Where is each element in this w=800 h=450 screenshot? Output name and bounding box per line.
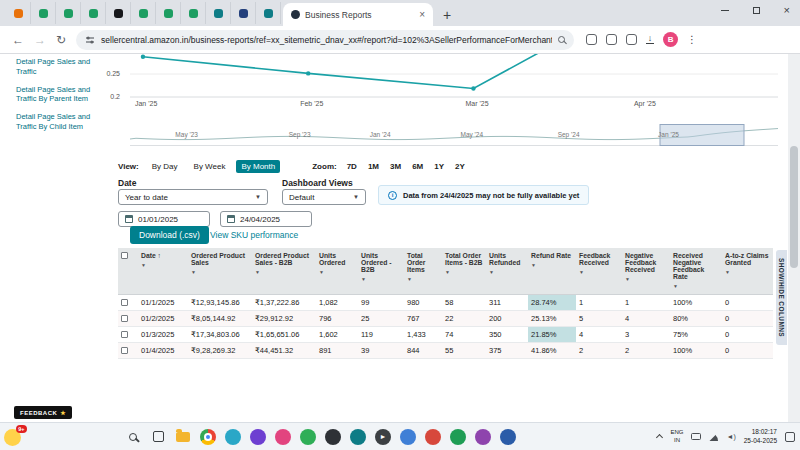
row-checkbox[interactable] [121, 299, 128, 306]
date-to-input[interactable]: 24/04/2025 [220, 211, 312, 227]
zoom-option-6m[interactable]: 6M [410, 160, 425, 173]
taskbar-edge-icon[interactable] [225, 429, 241, 445]
navigator-selection[interactable] [660, 125, 744, 146]
chart-point[interactable] [141, 55, 145, 59]
column-filter-caret-icon[interactable]: ▼ [489, 269, 525, 275]
taskbar-app-green-2-icon[interactable] [450, 429, 466, 445]
new-tab-button[interactable]: + [443, 7, 451, 23]
browser-tab-9[interactable] [206, 2, 231, 24]
taskbar-app-purple-icon[interactable] [250, 429, 266, 445]
column-header-ordered-product-sales[interactable]: Ordered Product Sales▼ [188, 248, 252, 294]
column-filter-caret-icon[interactable]: ▼ [725, 269, 770, 275]
column-header-total-order-items-b2b[interactable]: Total Order Items - B2B▼ [442, 248, 486, 294]
window-minimize-icon[interactable] [721, 10, 729, 12]
row-checkbox[interactable] [121, 315, 128, 322]
view-option-by-day[interactable]: By Day [147, 160, 183, 173]
column-header-negative-feedback-received[interactable]: Negative Feedback Received▼ [622, 248, 670, 294]
zoom-option-1y[interactable]: 1Y [432, 160, 446, 173]
show-hide-columns-tab[interactable]: SHOW/HIDE COLUMNS [776, 250, 787, 345]
column-filter-caret-icon[interactable]: ▼ [141, 262, 185, 268]
select-all-checkbox[interactable] [121, 252, 128, 259]
browser-tab-10[interactable] [231, 2, 256, 24]
view-option-by-month[interactable]: By Month [236, 160, 280, 173]
browser-tab-8[interactable] [181, 2, 206, 24]
row-checkbox[interactable] [121, 347, 128, 354]
column-header-date[interactable]: Date ↑▼ [138, 248, 188, 294]
column-filter-caret-icon[interactable]: ▼ [407, 276, 439, 282]
extension-icon-1[interactable] [586, 34, 597, 45]
feedback-button[interactable]: FEEDBACK ★ [14, 406, 72, 419]
site-info-icon[interactable] [85, 35, 95, 45]
taskbar-app-green-icon[interactable] [300, 429, 316, 445]
browser-tab-6[interactable] [131, 2, 156, 24]
tab-close-icon[interactable]: × [419, 9, 425, 20]
taskbar-app-pink-icon[interactable] [275, 429, 291, 445]
browser-tab-2[interactable] [31, 2, 56, 24]
language-indicator[interactable]: ENG IN [670, 429, 683, 443]
column-header-total-order-items[interactable]: Total Order Items▼ [404, 248, 442, 294]
column-filter-caret-icon[interactable]: ▼ [445, 269, 483, 275]
column-filter-caret-icon[interactable]: ▼ [319, 269, 355, 275]
zoom-option-7d[interactable]: 7D [345, 160, 359, 173]
menu-kebab-icon[interactable]: ⋮ [687, 34, 697, 45]
taskbar-app-violet-icon[interactable] [475, 429, 491, 445]
column-header-units-ordered-b2b[interactable]: Units Ordered - B2B▼ [358, 248, 404, 294]
scrollbar-thumb[interactable] [790, 146, 798, 268]
taskbar-app-red-icon[interactable] [425, 429, 441, 445]
column-header-received-negative-feedback-rate[interactable]: Received Negative Feedback Rate▼ [670, 248, 722, 294]
browser-tab-5[interactable] [106, 2, 131, 24]
column-filter-caret-icon[interactable]: ▼ [255, 269, 313, 275]
column-filter-caret-icon[interactable]: ▼ [361, 276, 401, 282]
address-input[interactable]: sellercentral.amazon.in/business-reports… [76, 30, 574, 50]
column-header-units-ordered[interactable]: Units Ordered▼ [316, 248, 358, 294]
column-filter-caret-icon[interactable]: ▼ [191, 269, 249, 275]
taskbar-search-icon[interactable] [125, 429, 141, 445]
column-header-a-to-z-claims-granted[interactable]: A-to-z Claims Granted▼ [722, 248, 773, 294]
zoom-option-1m[interactable]: 1M [366, 160, 381, 173]
browser-tab-4[interactable] [81, 2, 106, 24]
keyboard-icon[interactable] [691, 433, 701, 440]
view-option-by-week[interactable]: By Week [189, 160, 231, 173]
column-filter-caret-icon[interactable]: ▼ [625, 276, 667, 282]
chart-navigator[interactable] [130, 124, 778, 148]
zoom-page-icon[interactable] [558, 36, 565, 43]
extension-icon-2[interactable] [626, 34, 637, 45]
refresh-icon[interactable]: ↻ [56, 34, 66, 46]
back-icon[interactable]: ← [12, 34, 24, 46]
window-close-icon[interactable]: × [784, 5, 790, 16]
chat-notification-bubble[interactable]: 9+ [4, 429, 21, 446]
profile-avatar[interactable]: B [663, 32, 678, 47]
date-from-input[interactable]: 01/01/2025 [118, 211, 210, 227]
column-header-feedback-received[interactable]: Feedback Received▼ [576, 248, 622, 294]
window-maximize-icon[interactable] [753, 7, 760, 14]
download-csv-button[interactable]: Download (.csv) [130, 226, 209, 244]
browser-tab-3[interactable] [56, 2, 81, 24]
column-header-units-refunded[interactable]: Units Refunded▼ [486, 248, 528, 294]
notification-center-icon[interactable] [785, 432, 795, 442]
zoom-option-2y[interactable]: 2Y [453, 160, 467, 173]
date-range-select[interactable]: Year to date ▼ [118, 189, 268, 205]
browser-tab-11[interactable] [256, 2, 281, 24]
column-header-refund-rate[interactable]: Refund Rate▼ [528, 248, 576, 294]
taskbar-app-navy-icon[interactable] [500, 429, 516, 445]
taskbar-app-dark-icon[interactable] [325, 429, 341, 445]
browser-tab-7[interactable] [156, 2, 181, 24]
taskbar-chrome-icon[interactable] [200, 429, 216, 445]
volume-icon[interactable]: ◄) [726, 433, 735, 440]
column-filter-caret-icon[interactable]: ▼ [579, 269, 619, 275]
view-sku-performance-link[interactable]: View SKU performance [210, 230, 298, 240]
zoom-option-3m[interactable]: 3M [388, 160, 403, 173]
extensions-puzzle-icon[interactable] [606, 34, 617, 45]
chart-point[interactable] [471, 86, 475, 90]
taskbar-start-icon[interactable] [100, 429, 116, 445]
browser-tab-1[interactable] [6, 2, 31, 24]
active-tab[interactable]: Business Reports × [283, 3, 433, 26]
taskbar-task-view-icon[interactable] [150, 429, 166, 445]
row-checkbox[interactable] [121, 331, 128, 338]
column-filter-caret-icon[interactable]: ▼ [673, 283, 719, 289]
taskbar-media-play-icon[interactable]: ► [375, 429, 391, 445]
forward-icon[interactable]: → [34, 34, 46, 46]
taskbar-app-blue-icon[interactable] [400, 429, 416, 445]
download-icon[interactable]: ↓ [646, 35, 654, 44]
page-scrollbar[interactable] [788, 54, 800, 422]
